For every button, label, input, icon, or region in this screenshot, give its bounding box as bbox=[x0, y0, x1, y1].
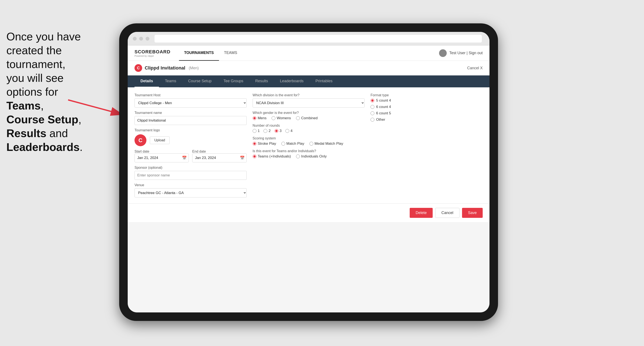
tournament-title-row: C Clippd Invitational (Men) bbox=[134, 64, 199, 72]
end-date-input[interactable] bbox=[192, 154, 246, 162]
start-date-input[interactable] bbox=[134, 154, 189, 162]
logo-circle: C bbox=[134, 134, 146, 146]
save-button[interactable]: Save bbox=[462, 208, 483, 218]
gender-combined-radio[interactable] bbox=[296, 116, 300, 120]
tab-details[interactable]: Details bbox=[134, 75, 159, 87]
form-group-dates: Start date 📅 End date 📅 bbox=[134, 150, 247, 162]
start-date-label: Start date bbox=[134, 150, 149, 153]
gender-mens-radio[interactable] bbox=[252, 116, 256, 120]
form-group-rounds: Number of rounds 1 2 bbox=[252, 124, 365, 133]
browser-dot-3 bbox=[146, 37, 150, 41]
form-group-venue: Venue Peachtree GC - Atlanta - GA bbox=[134, 183, 247, 197]
rounds-1[interactable]: 1 bbox=[252, 129, 260, 133]
nav-links: TOURNAMENTS TEAMS bbox=[179, 45, 439, 61]
nav-tournaments[interactable]: TOURNAMENTS bbox=[179, 45, 219, 61]
text-teams-bold: Teams bbox=[6, 99, 41, 112]
browser-dot-1 bbox=[133, 37, 137, 41]
scoring-match-radio[interactable] bbox=[281, 142, 285, 146]
tab-course-setup[interactable]: Course Setup bbox=[182, 75, 218, 87]
rounds-4-radio[interactable] bbox=[286, 129, 289, 133]
format-6count4-radio[interactable] bbox=[370, 105, 374, 109]
teams-plus-radio[interactable] bbox=[252, 155, 256, 158]
format-other[interactable]: Other bbox=[370, 118, 483, 122]
top-nav: SCOREBOARD Powered by clippd TOURNAMENTS… bbox=[128, 45, 490, 61]
gender-womens[interactable]: Womens bbox=[272, 116, 291, 120]
cancel-button[interactable]: Cancel X bbox=[467, 66, 483, 70]
gender-label: Which gender is the event for? bbox=[252, 111, 365, 115]
end-date-group: End date 📅 bbox=[192, 150, 246, 162]
scoring-medal[interactable]: Medal Match Play bbox=[310, 142, 343, 146]
footer-cancel-button[interactable]: Cancel bbox=[435, 208, 460, 218]
browser-url-bar bbox=[154, 35, 482, 42]
format-6count5-radio[interactable] bbox=[370, 111, 374, 115]
tournament-gender-tag: (Men) bbox=[189, 66, 199, 70]
text-results-bold: Results bbox=[6, 127, 46, 139]
tournament-name: Clippd Invitational bbox=[145, 65, 185, 71]
individuals-only-radio[interactable] bbox=[296, 155, 300, 158]
rounds-3[interactable]: 3 bbox=[274, 129, 282, 133]
gender-mens[interactable]: Mens bbox=[252, 116, 267, 120]
division-select[interactable]: NCAA Division III bbox=[252, 98, 365, 108]
gender-womens-radio[interactable] bbox=[272, 116, 276, 120]
form-section-format: Format type 5 count 4 6 count 4 bbox=[370, 93, 483, 197]
user-signout[interactable]: Test User | Sign out bbox=[449, 51, 483, 55]
form-group-teams: Is this event for Teams and/or Individua… bbox=[252, 149, 365, 159]
rounds-2-radio[interactable] bbox=[264, 129, 267, 133]
logo-sub: Powered by clippd bbox=[134, 55, 170, 57]
format-label: Format type bbox=[370, 93, 483, 97]
format-other-radio[interactable] bbox=[370, 118, 374, 122]
delete-button[interactable]: Delete bbox=[410, 208, 433, 218]
tab-tee-groups[interactable]: Tee Groups bbox=[218, 75, 249, 87]
user-avatar bbox=[439, 49, 447, 57]
rounds-3-radio[interactable] bbox=[274, 129, 278, 133]
form-section-basic: Tournament Host Clippd College - Men Tou… bbox=[134, 93, 247, 197]
format-5count4-radio[interactable] bbox=[370, 99, 374, 102]
name-label: Tournament name bbox=[134, 111, 247, 115]
nav-teams[interactable]: TEAMS bbox=[219, 45, 242, 61]
scoring-medal-radio[interactable] bbox=[310, 142, 313, 146]
upload-button[interactable]: Upload bbox=[150, 137, 170, 144]
rounds-4[interactable]: 4 bbox=[286, 129, 292, 133]
tablet-screen: SCOREBOARD Powered by clippd TOURNAMENTS… bbox=[128, 32, 490, 312]
tab-teams[interactable]: Teams bbox=[159, 75, 182, 87]
teams-plus-individuals[interactable]: Teams (+Individuals) bbox=[252, 154, 291, 159]
text-line3: tournament, bbox=[6, 58, 66, 70]
tab-results[interactable]: Results bbox=[249, 75, 274, 87]
rounds-1-radio[interactable] bbox=[252, 129, 256, 133]
form-group-host: Tournament Host Clippd College - Men bbox=[134, 93, 247, 108]
division-label: Which division is the event for? bbox=[252, 93, 365, 97]
scoring-match[interactable]: Match Play bbox=[281, 142, 304, 146]
app-container: SCOREBOARD Powered by clippd TOURNAMENTS… bbox=[128, 45, 490, 312]
browser-bar bbox=[128, 32, 490, 45]
scoring-stroke-radio[interactable] bbox=[252, 142, 256, 146]
tab-printables[interactable]: Printables bbox=[310, 75, 338, 87]
rounds-radio-group: 1 2 3 4 bbox=[252, 129, 365, 133]
scoring-stroke[interactable]: Stroke Play bbox=[252, 142, 276, 146]
tab-bar: Details Teams Course Setup Tee Groups Re… bbox=[128, 75, 490, 87]
form-content: Tournament Host Clippd College - Men Tou… bbox=[128, 87, 490, 203]
form-group-logo: Tournament logo C Upload bbox=[134, 128, 247, 146]
gender-combined[interactable]: Combined bbox=[296, 116, 318, 120]
tab-leaderboards[interactable]: Leaderboards bbox=[274, 75, 310, 87]
sponsor-input[interactable] bbox=[134, 171, 247, 180]
form-footer: Delete Cancel Save bbox=[128, 203, 490, 222]
rounds-2[interactable]: 2 bbox=[264, 129, 270, 133]
form-section-event: Which division is the event for? NCAA Di… bbox=[252, 93, 365, 197]
form-group-name: Tournament name bbox=[134, 111, 247, 125]
host-select[interactable]: Clippd College - Men bbox=[134, 98, 247, 108]
form-group-division: Which division is the event for? NCAA Di… bbox=[252, 93, 365, 108]
format-6count4[interactable]: 6 count 4 bbox=[370, 105, 483, 109]
name-input[interactable] bbox=[134, 116, 247, 125]
tournament-header: C Clippd Invitational (Men) Cancel X bbox=[128, 61, 490, 75]
venue-label: Venue bbox=[134, 183, 247, 187]
nav-right: Test User | Sign out bbox=[439, 49, 483, 57]
venue-select[interactable]: Peachtree GC - Atlanta - GA bbox=[134, 188, 247, 197]
format-5count4[interactable]: 5 count 4 bbox=[370, 98, 483, 103]
end-date-icon: 📅 bbox=[240, 156, 244, 160]
browser-dot-2 bbox=[139, 37, 143, 41]
sponsor-label: Sponsor (optional) bbox=[134, 166, 247, 170]
individuals-only[interactable]: Individuals Only bbox=[296, 154, 327, 159]
format-6count5[interactable]: 6 count 5 bbox=[370, 111, 483, 115]
form-group-scoring: Scoring system Stroke Play Match Play bbox=[252, 137, 365, 146]
text-leaderboards-bold: Leaderboards bbox=[6, 141, 80, 153]
